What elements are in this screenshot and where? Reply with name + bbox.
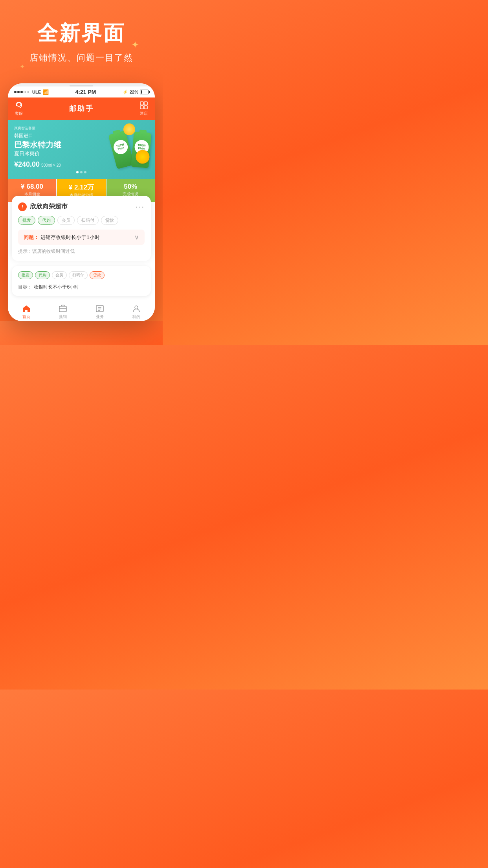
price-unit: 500ml × 20 <box>41 163 61 167</box>
tag2-scan-pay: 扫码付 <box>69 271 88 279</box>
issue-box[interactable]: 问题： 进销存收银时长小于1小时 ∨ <box>18 230 145 245</box>
wholesale-icon <box>58 304 68 313</box>
lemon-top <box>123 123 135 135</box>
tag2-proxy: 代购 <box>35 271 50 279</box>
battery-percent: 22% <box>130 90 138 94</box>
nav-business-label: 业务 <box>96 314 104 320</box>
tag-loan: 贷款 <box>101 216 118 225</box>
goal-label: 目标： <box>18 284 32 290</box>
tour-label: 巡店 <box>140 111 148 116</box>
goal-text: 收银时长不小于6小时 <box>34 284 79 290</box>
customer-service-icon <box>14 101 24 110</box>
issue-content: 问题： 进销存收银时长小于1小时 <box>24 234 100 241</box>
carrier-label: ULE <box>32 90 41 94</box>
nav-wholesale-label: 批销 <box>59 314 67 320</box>
hero-section: ✦ ✦ 全新界面 店铺情况、问题一目了然 <box>0 0 163 72</box>
svg-rect-1 <box>16 104 17 106</box>
wifi-icon: 📶 <box>42 89 49 95</box>
tags-row-1: 批发 代购 会员 扫码付 贷款 <box>18 216 145 225</box>
card-title-wrap: ! 欣欣向荣超市 <box>18 202 68 211</box>
tag-wholesale: 批发 <box>18 216 35 225</box>
dot5 <box>27 91 29 93</box>
stat-commission-value: ¥ 68.00 <box>11 183 53 191</box>
issue-label: 问题： <box>24 234 39 240</box>
dot2 <box>17 91 20 93</box>
dot1 <box>14 91 17 93</box>
dot3 <box>20 91 23 93</box>
issue-text: 进销存收银时长小于1小时 <box>40 234 99 240</box>
deco-star-2: ✦ <box>20 63 25 70</box>
battery-fill <box>141 90 142 94</box>
header-tour[interactable]: 巡店 <box>139 101 149 116</box>
nav-profile-label: 我的 <box>132 314 140 320</box>
notch-bar <box>70 85 93 86</box>
tag2-member: 会员 <box>52 271 67 279</box>
svg-rect-2 <box>21 104 22 106</box>
svg-rect-6 <box>144 106 147 109</box>
header-customer-service[interactable]: 客服 <box>14 101 24 116</box>
bottom-gradient <box>0 321 163 345</box>
nav-wholesale[interactable]: 批销 <box>45 304 82 320</box>
more-options-button[interactable]: ··· <box>136 202 145 211</box>
bottle-1-label: TREWPlain <box>112 138 129 156</box>
phone-notch <box>8 83 155 86</box>
stat-completion-value: 50% <box>110 183 152 191</box>
status-time: 4:21 PM <box>75 89 96 95</box>
stat-sales-value: ¥ 2.12万 <box>60 183 102 192</box>
deco-star-1: ✦ <box>131 39 139 50</box>
signal-dots <box>14 91 29 93</box>
hint-text: 提示：该店的收银时间过低 <box>18 248 145 255</box>
dot-1 <box>76 171 79 173</box>
phone-mockup: ULE 📶 4:21 PM ⚡ 22% 客服 <box>8 83 155 321</box>
app-title: 邮助手 <box>69 104 94 113</box>
alert-symbol: ! <box>22 204 23 210</box>
nav-profile[interactable]: 我的 <box>118 304 155 320</box>
dot4 <box>24 91 26 93</box>
nav-business[interactable]: 业务 <box>81 304 118 320</box>
tag2-loan: 贷款 <box>90 271 105 279</box>
hero-subtitle: 店铺情况、问题一目了然 <box>8 52 155 64</box>
bottle-1: TREWPlain <box>108 130 134 169</box>
tag-member: 会员 <box>57 216 75 225</box>
price-value: ¥240.00 <box>14 160 40 169</box>
tag2-wholesale: 批发 <box>18 271 33 279</box>
home-icon <box>22 304 31 313</box>
app-header: 客服 邮助手 巡店 <box>8 97 155 120</box>
svg-rect-5 <box>140 106 143 109</box>
battery-icon <box>140 90 149 94</box>
nav-home[interactable]: 首页 <box>8 304 45 320</box>
customer-service-label: 客服 <box>15 111 23 116</box>
card-header-1: ! 欣欣向荣超市 ··· <box>18 202 145 211</box>
store-card-2: 批发 代购 会员 扫码付 贷款 目标： 收银时长不小于6小时 <box>12 266 151 296</box>
tag-scan-pay: 扫码付 <box>77 216 99 225</box>
chevron-down-icon: ∨ <box>134 234 139 241</box>
tour-icon <box>139 101 149 110</box>
tag-proxy: 代购 <box>38 216 55 225</box>
nav-home-label: 首页 <box>22 314 30 320</box>
product-banner[interactable]: 爽爽智选客量 韩国进口 巴黎水特力维 夏日冰爽价 ¥240.00 500ml ×… <box>8 120 155 179</box>
status-bar: ULE 📶 4:21 PM ⚡ 22% <box>8 86 155 97</box>
bluetooth-icon: ⚡ <box>123 90 128 95</box>
goal-row: 目标： 收银时长不小于6小时 <box>18 283 145 291</box>
svg-rect-3 <box>140 102 143 105</box>
alert-icon: ! <box>18 202 27 211</box>
store-name-1: 欣欣向荣超市 <box>30 202 68 211</box>
tags-row-2: 批发 代购 会员 扫码付 贷款 <box>18 271 145 279</box>
dot-2 <box>80 171 83 173</box>
dot-3 <box>84 171 86 173</box>
business-icon <box>95 304 105 313</box>
profile-icon <box>132 304 141 313</box>
svg-rect-7 <box>59 306 66 312</box>
svg-rect-4 <box>144 102 147 105</box>
svg-point-13 <box>135 306 138 309</box>
status-left: ULE 📶 <box>14 89 49 95</box>
bottom-navigation: 首页 批销 业务 <box>8 301 155 321</box>
status-right: ⚡ 22% <box>123 90 149 95</box>
svg-point-0 <box>17 103 21 107</box>
store-card-1: ! 欣欣向荣超市 ··· 批发 代购 会员 扫码付 贷款 问题： 进销存收银时长… <box>12 196 151 261</box>
